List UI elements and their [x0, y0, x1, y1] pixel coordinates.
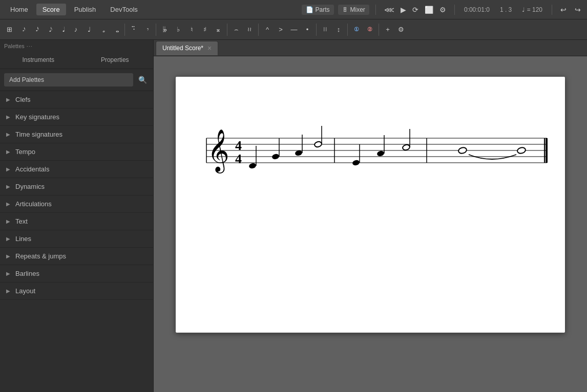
tie-icon[interactable]: ⌢: [230, 24, 242, 36]
sharp-icon[interactable]: ♯: [199, 24, 211, 35]
palette-item-time-signatures[interactable]: ▶ Time signatures: [0, 126, 153, 143]
palette-item-text[interactable]: ▶ Text: [0, 213, 153, 230]
tab-properties[interactable]: Properties: [77, 52, 154, 69]
tab-score[interactable]: Score: [36, 4, 66, 15]
add-palettes-button[interactable]: Add Palettes: [4, 73, 133, 86]
tab-devtools[interactable]: DevTools: [104, 4, 143, 15]
svg-point-23: [376, 150, 385, 157]
arpeggio-icon[interactable]: ≀≀: [243, 24, 256, 35]
tenuto-icon[interactable]: —: [288, 24, 300, 35]
note-eighth-icon[interactable]: ♪: [70, 24, 82, 35]
metronome-button[interactable]: ⬜: [423, 5, 435, 15]
loop-button[interactable]: ⟳: [410, 5, 421, 15]
close-tab-button[interactable]: ×: [207, 45, 212, 52]
note-grace-icon[interactable]: 𝅘𝅥𝅯: [16, 25, 29, 35]
sep7: [379, 24, 379, 36]
palette-item-key-signatures[interactable]: ▶ Key signatures: [0, 108, 153, 126]
svg-text:4: 4: [235, 151, 242, 166]
main-area: Palettes ··· Instruments Properties Add …: [0, 40, 587, 392]
palette-item-lines[interactable]: ▶ Lines: [0, 230, 153, 248]
sidebar: Palettes ··· Instruments Properties Add …: [0, 40, 154, 392]
top-bar-right: 📄 Parts 🎚 Mixer ⋘ ▶ ⟳ ⬜ ⚙ 0:00:01:0 1 . …: [302, 5, 583, 15]
play-button[interactable]: ▶: [399, 5, 408, 15]
palette-label: Barlines: [15, 270, 39, 277]
palette-item-accidentals[interactable]: ▶ Accidentals: [0, 161, 153, 178]
note-64th-icon[interactable]: 𝅘𝅥𝅯: [30, 24, 42, 35]
mixer-icon: 🎚: [342, 6, 348, 13]
double-sharp-icon[interactable]: 𝄪: [212, 24, 224, 36]
svg-point-27: [458, 147, 467, 155]
palette-item-repeats[interactable]: ▶ Repeats & jumps: [0, 248, 153, 265]
palette-item-tempo[interactable]: ▶ Tempo: [0, 143, 153, 161]
svg-text:4: 4: [235, 138, 242, 153]
palette-label: Layout: [15, 287, 35, 295]
score-canvas[interactable]: 𝄞 4 4: [154, 56, 587, 392]
tab-instruments[interactable]: Instruments: [0, 52, 77, 69]
palette-label: Accidentals: [15, 165, 49, 173]
rest-icon[interactable]: 𝄾: [141, 24, 153, 36]
arrow-icon: ▶: [6, 114, 10, 120]
top-bar: Home Score Publish DevTools 📄 Parts 🎚 Mi…: [0, 0, 587, 19]
position-display: 1 . 3: [497, 6, 515, 13]
note-32nd-icon[interactable]: 𝅘𝅥𝅮: [43, 24, 55, 35]
staccato-icon[interactable]: •: [301, 24, 313, 35]
palette-label: Clefs: [15, 96, 31, 103]
tab-publish[interactable]: Publish: [68, 4, 102, 15]
palette-label: Key signatures: [15, 113, 59, 121]
note-whole-icon[interactable]: 𝅝: [110, 23, 122, 36]
record-button[interactable]: ⚙: [437, 5, 448, 15]
note-half-icon[interactable]: 𝅗: [96, 23, 109, 36]
score-tab-bar: Untitled Score* ×: [154, 40, 587, 56]
arrow-icon: ▶: [6, 219, 10, 224]
parts-icon: 📄: [306, 6, 313, 13]
rewind-button[interactable]: ⋘: [382, 5, 396, 15]
undo-button[interactable]: ↩: [558, 5, 569, 15]
divider2: [454, 5, 455, 15]
customize-icon[interactable]: ⚙: [395, 24, 407, 35]
time-display: 0:00:01:0: [461, 6, 493, 13]
note-quarter-icon[interactable]: ♩: [83, 24, 95, 35]
mixer-button[interactable]: 🎚 Mixer: [338, 5, 369, 15]
redo-button[interactable]: ↪: [573, 5, 583, 15]
svg-text:𝄞: 𝄞: [207, 129, 229, 173]
note-16th-icon[interactable]: 𝅘𝅥: [56, 24, 69, 36]
arrow-icon: ▶: [6, 288, 10, 294]
double-flat-icon[interactable]: 𝄫: [159, 24, 171, 36]
palette-label: Repeats & jumps: [15, 252, 66, 260]
palette-label: Time signatures: [15, 130, 62, 138]
divider3: [552, 5, 552, 15]
palette-list: ▶ Clefs ▶ Key signatures ▶ Time signatur…: [0, 91, 153, 392]
arrow-icon: ▶: [6, 132, 10, 137]
sep4: [258, 24, 259, 36]
svg-point-25: [402, 144, 410, 150]
search-button[interactable]: 🔍: [136, 74, 149, 86]
palette-item-barlines[interactable]: ▶ Barlines: [0, 265, 153, 282]
natural-icon[interactable]: ♮: [185, 24, 198, 35]
svg-point-19: [314, 141, 322, 147]
arrow-icon: ▶: [6, 271, 10, 276]
palette-item-clefs[interactable]: ▶ Clefs: [0, 91, 153, 108]
parts-button[interactable]: 📄 Parts: [302, 5, 334, 15]
palette-item-dynamics[interactable]: ▶ Dynamics: [0, 178, 153, 195]
flat-icon[interactable]: ♭: [172, 24, 184, 35]
palette-item-layout[interactable]: ▶ Layout: [0, 282, 153, 300]
voice1-icon[interactable]: ①: [350, 24, 363, 35]
tremolo-icon[interactable]: ⁞⁞: [319, 24, 331, 35]
palette-item-articulations[interactable]: ▶ Articulations: [0, 195, 153, 213]
voice2-icon[interactable]: ②: [364, 24, 376, 35]
flip-icon[interactable]: ↕: [332, 24, 345, 35]
staff-svg: 𝄞 4 4: [191, 118, 550, 200]
palettes-header: Palettes ···: [0, 40, 153, 52]
sep6: [347, 24, 348, 36]
dotted-icon[interactable]: ·̈: [128, 23, 140, 36]
sheet: 𝄞 4 4: [176, 77, 565, 333]
arrow-icon: ▶: [6, 184, 10, 189]
marcato-icon[interactable]: ^: [261, 24, 274, 35]
sep1: [124, 24, 125, 36]
tab-home[interactable]: Home: [4, 4, 34, 15]
grid-icon[interactable]: ⊞: [3, 24, 15, 35]
add-icon[interactable]: +: [382, 24, 394, 35]
accent-icon[interactable]: >: [275, 24, 287, 35]
transport-group: ⋘ ▶ ⟳ ⬜ ⚙: [382, 5, 448, 15]
score-tab[interactable]: Untitled Score* ×: [156, 41, 218, 55]
